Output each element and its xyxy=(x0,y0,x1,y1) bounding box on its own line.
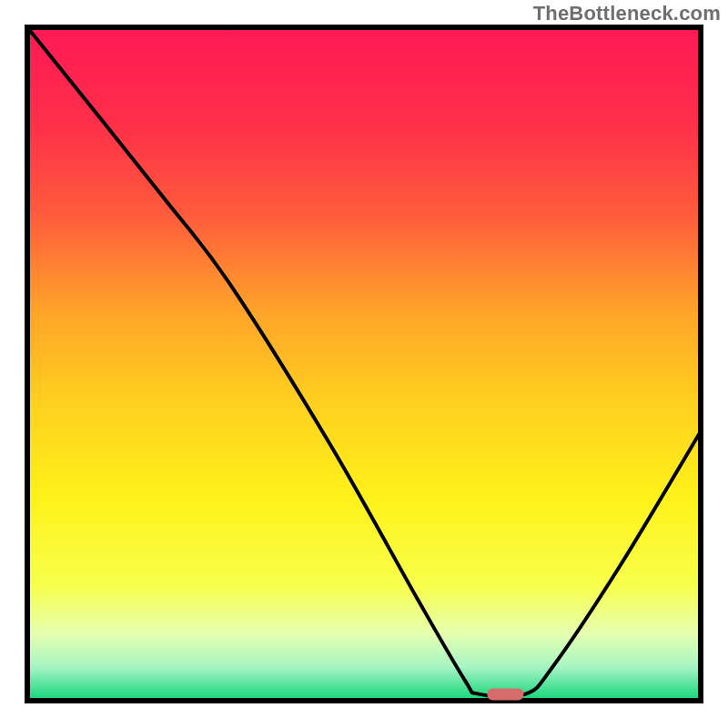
plot-area xyxy=(22,22,706,706)
marker-pill xyxy=(487,689,523,701)
chart-svg xyxy=(22,22,706,706)
chart-container: TheBottleneck.com xyxy=(0,0,728,728)
